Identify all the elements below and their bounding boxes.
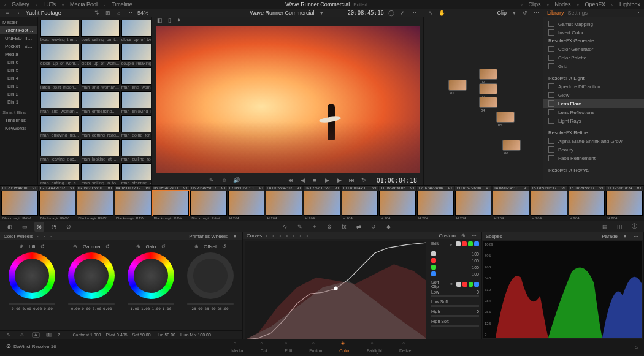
blue-swatch[interactable] [474,241,479,246]
bypass-icon[interactable]: ◯ [388,9,395,17]
reset-icon[interactable]: ↺ [104,243,111,250]
reset-icon[interactable]: ↺ [159,243,167,250]
picker-icon[interactable]: ⊕ [134,243,142,250]
timeline-clip[interactable]: 0708:10:21:11V1H.264 [228,186,265,221]
master-slider[interactable] [9,303,55,305]
fx-item[interactable]: Lens Flare [543,99,644,108]
link-icon[interactable]: ⇄ [354,222,364,232]
viewer-title[interactable]: Wave Runner Commercial [250,10,314,16]
bin-clip[interactable]: man_and_woman... [40,91,79,113]
bin-node[interactable]: Bin 4 [0,74,37,82]
sort-icon[interactable]: ⇅ [93,9,101,17]
node-02[interactable]: 02 [479,69,497,80]
settings-tab[interactable]: Settings [568,10,588,16]
page-tab-fairlight[interactable]: ○Fairlight [367,341,382,353]
keyframes-panel-icon[interactable]: ▤ [600,222,610,232]
fx-item[interactable]: Color Generator [543,45,644,53]
node-04[interactable]: 04 [479,97,497,108]
adjust-value[interactable]: 50.00 [140,333,151,337]
timeline-clip[interactable]: 1508:51:05:17V1H.264 [531,186,567,221]
channel-dot[interactable] [431,251,436,256]
bin-node[interactable]: Bin 3 [0,82,37,90]
chevron-down-icon[interactable]: ▾ [510,9,518,17]
picker-icon[interactable]: ✎ [5,331,12,339]
timeline-clip[interactable]: 0219:43:21:02V1Blackmagic RAW [39,186,76,221]
more-icon[interactable]: ⋯ [532,9,540,17]
color-wheel[interactable] [9,252,55,299]
bin-node[interactable]: Bin 5 [0,66,37,74]
bin-clip[interactable]: close_up_of_two... [121,20,151,42]
adjust-value[interactable]: 0.435 [117,333,128,337]
split-icon[interactable]: ▯ [166,17,173,24]
wheel-value[interactable]: 25.00 [218,306,229,311]
timeline-clip[interactable]: 1608:29:59:17V1H.264 [569,186,605,221]
fx-item[interactable]: Face Refinement [543,154,644,162]
timeline-clip[interactable]: 1108:29:38:05V1H.264 [379,186,416,221]
parade-scope[interactable]: 10238967686405123842561280 [483,241,642,338]
color-wheel[interactable] [128,252,174,299]
channel-dot[interactable] [431,258,436,263]
info-icon[interactable]: ⓘ [629,222,639,232]
image-wipe-icon[interactable]: ◧ [156,17,163,24]
window-icon[interactable]: ▭ [20,222,29,232]
timeline-clip[interactable]: 0418:00:22:13V1Blackmagic RAW [115,186,151,221]
wheel-value[interactable]: 0.00 [33,306,42,311]
timeline-clip[interactable]: 0120:08:46:10V1Blackmagic RAW [1,186,38,221]
channel-dot[interactable] [431,271,436,276]
topbar-nodes[interactable]: ▫Nodes [546,1,570,7]
curves-graph[interactable] [245,241,426,339]
curves-icon[interactable]: ∿ [280,222,290,232]
qualifier-icon[interactable]: ◐ [5,222,15,232]
high-slider[interactable] [431,315,479,317]
node-01[interactable]: 01 [448,80,467,91]
more-icon[interactable]: ⋯ [633,9,640,17]
wheel-value[interactable]: 25.00 [192,306,203,311]
bin-node[interactable]: Bin 1 [0,98,37,106]
blur-icon[interactable]: ◔ [49,222,59,232]
highsoft-slider[interactable] [431,325,479,327]
red-swatch[interactable] [462,241,467,246]
picker-icon[interactable]: ✎ [208,176,215,184]
bin-clip[interactable]: man_going_for_a... [121,115,151,137]
wheel-value[interactable]: 1.00 [151,306,160,311]
wheel-value[interactable]: 1.00 [130,306,139,311]
bin-clip[interactable]: boat_sailing_on_t... [81,20,119,42]
adjust-value[interactable]: 100.00 [197,333,210,337]
low-value[interactable]: 0 [477,290,479,294]
hand-icon[interactable]: ✋ [438,9,445,17]
bin-clip[interactable]: man_putting_up_s... [40,163,79,185]
fx-item[interactable]: Light Rays [543,116,644,125]
bin-clip[interactable]: man_enjoying_his... [121,91,151,113]
cursor-icon[interactable]: ↖ [427,9,434,17]
adjust-value[interactable]: 1.000 [90,333,101,337]
picker-icon[interactable]: ⊕ [193,243,200,250]
bin-clip[interactable]: man_and_woman... [81,67,119,89]
curves-mode-dots[interactable]: • • • • • • • [266,233,310,238]
wheel-value[interactable]: 0.00 [82,306,90,311]
fx-icon[interactable]: fx [339,222,349,232]
adjust-value[interactable]: 50.00 [164,333,175,337]
list-view-icon[interactable]: ≡ [4,9,11,17]
reset-icon[interactable]: ⊕ [459,232,467,239]
bin-clip[interactable]: man_leaving_doc... [40,139,79,161]
master-slider[interactable] [68,303,115,305]
bin-clip[interactable]: man_getting_read... [81,115,119,137]
timeline-clip[interactable]: 0319:30:55:01V1Blackmagic RAW [77,186,113,221]
page-tab-cut[interactable]: ○Cut [260,341,267,353]
fx-item[interactable]: Gamut Mapping [543,20,644,28]
loop-icon[interactable]: ↻ [360,176,367,184]
node-03[interactable]: 03 [479,83,497,94]
bin-clip[interactable]: man_enjoying_his... [40,115,79,137]
bin-clip[interactable]: man_steering_whi... [121,163,151,185]
high-value[interactable]: 0 [477,309,479,314]
wheels-mode[interactable]: Primaries Wheels [189,233,228,239]
channel-value[interactable]: 100 [472,259,479,263]
page-1[interactable]: 1 [46,333,52,337]
smart-bin-node[interactable]: Keywords [0,124,37,132]
picker-icon[interactable]: ⊕ [72,243,79,250]
bin-clip[interactable]: man_pulling_rope... [121,139,151,161]
library-tab[interactable]: Library [547,10,564,16]
reset-icon[interactable]: ↺ [39,243,47,250]
fx-item[interactable]: Lens Reflections [543,108,644,116]
wheel-value[interactable]: 0.00 [71,306,80,311]
